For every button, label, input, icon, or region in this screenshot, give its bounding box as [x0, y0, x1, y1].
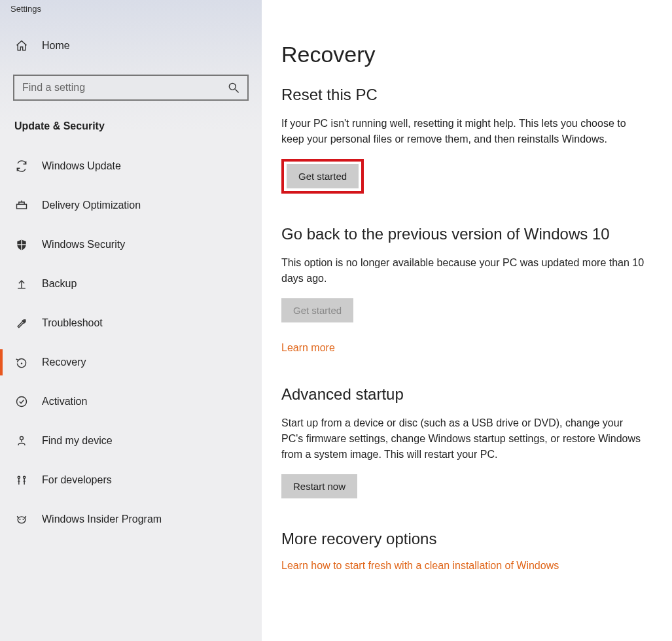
- sidebar: Settings Home Update & Security Windows …: [0, 0, 262, 641]
- sidebar-item-activation[interactable]: Activation: [0, 382, 262, 421]
- reset-get-started-button[interactable]: Get started: [287, 164, 359, 188]
- goback-get-started-button: Get started: [281, 298, 353, 322]
- sidebar-item-for-developers[interactable]: For developers: [0, 460, 262, 500]
- goback-learn-more-link[interactable]: Learn more: [281, 342, 335, 354]
- more-recovery-link[interactable]: Learn how to start fresh with a clean in…: [281, 560, 559, 572]
- advanced-heading: Advanced startup: [281, 385, 646, 404]
- insider-icon: [14, 512, 29, 527]
- sidebar-nav: Windows Update Delivery Optimization Win…: [0, 147, 262, 539]
- svg-point-10: [20, 436, 24, 440]
- goback-body: This option is no longer available becau…: [281, 255, 646, 286]
- svg-line-1: [236, 90, 239, 93]
- nav-label: For developers: [42, 474, 112, 486]
- sidebar-home[interactable]: Home: [0, 27, 262, 64]
- sidebar-item-troubleshoot[interactable]: Troubleshoot: [0, 303, 262, 343]
- svg-point-18: [18, 517, 26, 523]
- sync-icon: [14, 159, 29, 173]
- developers-icon: [14, 473, 29, 487]
- sidebar-item-backup[interactable]: Backup: [0, 264, 262, 303]
- recovery-icon: [14, 355, 29, 370]
- advanced-body: Start up from a device or disc (such as …: [281, 415, 646, 462]
- search-icon: [226, 80, 241, 95]
- window-title: Settings: [0, 0, 262, 27]
- home-icon: [14, 39, 29, 53]
- sidebar-item-recovery[interactable]: Recovery: [0, 343, 262, 382]
- section-advanced-startup: Advanced startup Start up from a device …: [281, 385, 646, 498]
- restart-now-button[interactable]: Restart now: [281, 474, 357, 498]
- find-device-icon: [14, 434, 29, 448]
- page-title: Recovery: [281, 42, 646, 67]
- search-box[interactable]: [13, 75, 249, 101]
- sidebar-item-windows-insider[interactable]: Windows Insider Program: [0, 500, 262, 539]
- goback-heading: Go back to the previous version of Windo…: [281, 225, 646, 243]
- svg-point-9: [17, 397, 27, 407]
- delivery-icon: [14, 198, 29, 213]
- svg-rect-2: [17, 204, 27, 209]
- svg-point-8: [21, 362, 23, 364]
- backup-icon: [14, 277, 29, 291]
- nav-label: Activation: [42, 396, 87, 407]
- nav-label: Delivery Optimization: [42, 199, 141, 211]
- shield-icon: [14, 237, 29, 252]
- svg-point-0: [229, 83, 236, 90]
- nav-label: Find my device: [42, 435, 113, 447]
- sidebar-category: Update & Security: [0, 103, 262, 147]
- nav-label: Troubleshoot: [42, 317, 103, 329]
- section-go-back: Go back to the previous version of Windo…: [281, 225, 646, 354]
- svg-point-19: [20, 519, 21, 520]
- highlight-box: Get started: [281, 159, 364, 194]
- section-reset-pc: Reset this PC If your PC isn't running w…: [281, 86, 646, 194]
- sidebar-item-find-my-device[interactable]: Find my device: [0, 421, 262, 460]
- home-label: Home: [42, 40, 70, 52]
- checkmark-circle-icon: [14, 394, 29, 409]
- section-more-recovery: More recovery options Learn how to start…: [281, 530, 646, 572]
- sidebar-item-windows-security[interactable]: Windows Security: [0, 225, 262, 264]
- wrench-icon: [14, 316, 29, 330]
- svg-point-13: [24, 476, 26, 478]
- search-input[interactable]: [22, 82, 226, 94]
- nav-label: Windows Security: [42, 239, 125, 251]
- sidebar-item-delivery-optimization[interactable]: Delivery Optimization: [0, 186, 262, 225]
- nav-label: Backup: [42, 278, 77, 290]
- reset-body: If your PC isn't running well, resetting…: [281, 116, 646, 147]
- main-content: Recovery Reset this PC If your PC isn't …: [262, 0, 672, 641]
- sidebar-item-windows-update[interactable]: Windows Update: [0, 147, 262, 186]
- nav-label: Windows Insider Program: [42, 513, 162, 525]
- nav-label: Recovery: [42, 356, 86, 368]
- more-heading: More recovery options: [281, 530, 646, 548]
- reset-heading: Reset this PC: [281, 86, 646, 104]
- svg-point-12: [18, 476, 20, 478]
- search-container: [0, 64, 262, 103]
- nav-label: Windows Update: [42, 160, 121, 172]
- svg-point-20: [23, 519, 24, 520]
